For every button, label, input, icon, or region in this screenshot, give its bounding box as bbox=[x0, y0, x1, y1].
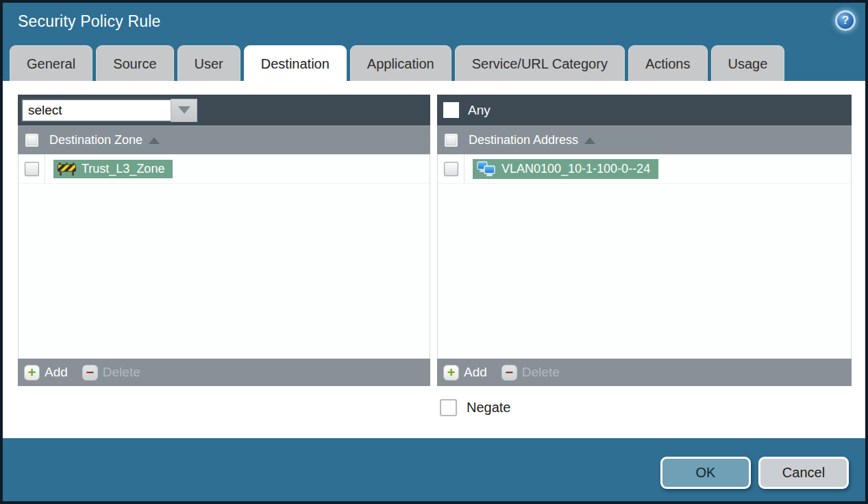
minus-icon: − bbox=[82, 365, 98, 381]
negate-checkbox[interactable] bbox=[440, 399, 457, 416]
address-row-check-cell bbox=[438, 154, 464, 183]
plus-icon: + bbox=[443, 365, 459, 381]
zone-row-checkbox[interactable] bbox=[25, 162, 39, 176]
destination-address-panel: Any Destination Address bbox=[437, 95, 852, 386]
tab-user[interactable]: User bbox=[177, 45, 240, 81]
destination-tab-content: Destination Zone bbox=[3, 81, 865, 438]
any-label: Any bbox=[468, 103, 491, 118]
tab-destination[interactable]: Destination bbox=[244, 45, 347, 81]
ok-button[interactable]: OK bbox=[660, 457, 751, 489]
address-row-checkbox[interactable] bbox=[444, 162, 458, 176]
security-policy-rule-dialog: Security Policy Rule ? General Source Us… bbox=[0, 0, 868, 504]
zone-panel-footer: + Add − Delete bbox=[18, 359, 430, 386]
zone-delete-label: Delete bbox=[103, 365, 140, 380]
zone-entry-label: Trust_L3_Zone bbox=[82, 162, 164, 176]
tab-application[interactable]: Application bbox=[350, 45, 451, 81]
zone-add-label: Add bbox=[45, 365, 68, 380]
table-row: VLAN0100_10-1-100-0--24 bbox=[438, 154, 851, 184]
minus-icon: − bbox=[501, 365, 517, 381]
zone-row-check-cell bbox=[18, 154, 45, 183]
destination-zone-panel: Destination Zone bbox=[18, 95, 430, 386]
zone-delete-button[interactable]: − Delete bbox=[82, 365, 140, 381]
help-icon[interactable]: ? bbox=[835, 10, 856, 31]
address-list: VLAN0100_10-1-100-0--24 bbox=[437, 154, 852, 359]
address-add-label: Add bbox=[464, 365, 487, 380]
negate-row: Negate bbox=[440, 399, 511, 416]
negate-label: Negate bbox=[467, 400, 511, 416]
zone-column-header: Destination Zone bbox=[18, 125, 430, 154]
zone-add-button[interactable]: + Add bbox=[24, 365, 68, 381]
tab-source[interactable]: Source bbox=[96, 45, 173, 81]
zone-panel-toolbar bbox=[18, 95, 430, 125]
zone-icon bbox=[58, 162, 76, 176]
tab-general[interactable]: General bbox=[10, 45, 92, 81]
cancel-button[interactable]: Cancel bbox=[758, 457, 849, 489]
address-delete-label: Delete bbox=[522, 365, 560, 380]
chevron-down-icon bbox=[178, 106, 190, 114]
address-entry[interactable]: VLAN0100_10-1-100-0--24 bbox=[473, 159, 658, 179]
address-column-header: Destination Address bbox=[437, 125, 852, 154]
zone-list: Trust_L3_Zone bbox=[18, 154, 430, 359]
zone-select-all-checkbox[interactable] bbox=[25, 134, 38, 147]
zone-entry[interactable]: Trust_L3_Zone bbox=[53, 160, 173, 178]
zone-filter-combo bbox=[21, 99, 197, 122]
network-address-icon bbox=[477, 161, 496, 177]
sort-asc-icon[interactable] bbox=[584, 137, 595, 144]
address-column-title[interactable]: Destination Address bbox=[469, 133, 578, 147]
tab-actions[interactable]: Actions bbox=[628, 45, 708, 81]
any-checkbox[interactable] bbox=[443, 102, 459, 118]
tab-bar: General Source User Destination Applicat… bbox=[10, 45, 865, 81]
zone-filter-input[interactable] bbox=[21, 99, 171, 122]
plus-icon: + bbox=[24, 365, 40, 381]
address-panel-footer: + Add − Delete bbox=[437, 359, 852, 386]
zone-column-title[interactable]: Destination Zone bbox=[49, 133, 142, 147]
sort-asc-icon[interactable] bbox=[149, 137, 160, 144]
address-select-all-checkbox[interactable] bbox=[445, 134, 458, 147]
address-add-button[interactable]: + Add bbox=[443, 365, 487, 381]
zone-filter-dropdown-button[interactable] bbox=[171, 99, 197, 122]
tab-service-url-category[interactable]: Service/URL Category bbox=[455, 45, 625, 81]
table-row: Trust_L3_Zone bbox=[18, 154, 430, 184]
address-delete-button[interactable]: − Delete bbox=[501, 365, 560, 381]
tab-usage[interactable]: Usage bbox=[711, 45, 785, 81]
address-panel-toolbar: Any bbox=[437, 95, 852, 125]
dialog-title: Security Policy Rule bbox=[18, 12, 161, 31]
address-entry-label: VLAN0100_10-1-100-0--24 bbox=[501, 162, 650, 176]
